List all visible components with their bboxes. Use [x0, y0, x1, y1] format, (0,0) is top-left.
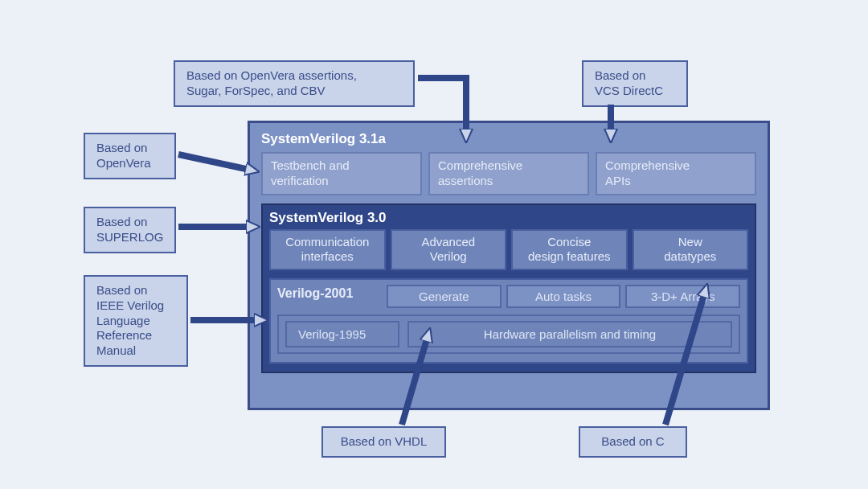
feature-label: Communicationinterfaces: [285, 235, 369, 264]
v1995-title: Verilog-1995: [285, 321, 399, 347]
callout-text: Based onVCS DirectC: [595, 68, 663, 97]
callout-text: Based onIEEE VerilogLanguageReferenceMan…: [96, 283, 164, 357]
feature-label: Concisedesign features: [528, 235, 611, 264]
callout-text: Based onOpenVera: [96, 141, 151, 170]
feature-concise-design: Concisedesign features: [511, 229, 628, 271]
feature-comprehensive-apis: ComprehensiveAPIs: [596, 152, 756, 195]
sv31a-feature-row: Testbench andverification Comprehensivea…: [261, 152, 756, 195]
systemverilog-30-container: SystemVerilog 3.0 Communicationinterface…: [261, 203, 756, 374]
feature-comprehensive-assertions: Comprehensiveassertions: [428, 152, 589, 195]
feature-communication-interfaces: Communicationinterfaces: [269, 229, 386, 271]
feature-label: Auto tasks: [535, 290, 592, 303]
feature-label: AdvancedVerilog: [421, 235, 475, 264]
feature-label: Testbench andverification: [271, 158, 350, 187]
verilog-1995-container: Verilog-1995 Hardware parallelism and ti…: [277, 314, 740, 354]
callout-ieee: Based onIEEE VerilogLanguageReferenceMan…: [84, 275, 188, 367]
feature-label: Hardware parallelism and timing: [484, 327, 656, 341]
feature-generate: Generate: [387, 285, 502, 308]
callout-openvera: Based onOpenVera: [84, 133, 176, 179]
callout-c: Based on C: [579, 426, 687, 458]
feature-label: 3-D+ Arrays: [651, 290, 715, 303]
v2001-title: Verilog-2001: [277, 285, 382, 308]
feature-testbench-verification: Testbench andverification: [261, 152, 422, 195]
feature-hw-parallelism: Hardware parallelism and timing: [407, 321, 732, 347]
arrow-openvera: [178, 154, 253, 171]
diagram-stage: Based on OpenVera assertions,Sugar, ForS…: [0, 0, 868, 489]
feature-label: Comprehensiveassertions: [438, 158, 522, 187]
callout-superlog: Based onSUPERLOG: [84, 207, 176, 253]
systemverilog-31a-container: SystemVerilog 3.1a Testbench andverifica…: [248, 121, 770, 410]
sv30-title: SystemVerilog 3.0: [269, 210, 748, 226]
feature-label: Generate: [419, 290, 469, 303]
feature-label: Newdatatypes: [664, 235, 716, 264]
callout-openvera-assertions: Based on OpenVera assertions,Sugar, ForS…: [174, 60, 415, 107]
callout-vcs-directc: Based onVCS DirectC: [582, 60, 688, 107]
verilog-2001-container: Verilog-2001 Generate Auto tasks 3-D+ Ar…: [269, 278, 748, 364]
sv31a-title: SystemVerilog 3.1a: [261, 131, 756, 147]
feature-advanced-verilog: AdvancedVerilog: [391, 229, 507, 271]
callout-text: Based on OpenVera assertions,Sugar, ForS…: [186, 68, 357, 97]
feature-auto-tasks: Auto tasks: [506, 285, 621, 308]
callout-vhdl: Based on VHDL: [321, 426, 446, 458]
sv30-feature-row: Communicationinterfaces AdvancedVerilog …: [269, 229, 748, 271]
feature-3d-arrays: 3-D+ Arrays: [625, 285, 740, 308]
callout-text: Based on C: [601, 434, 664, 448]
v2001-row: Verilog-2001 Generate Auto tasks 3-D+ Ar…: [277, 285, 740, 308]
callout-text: Based onSUPERLOG: [96, 215, 163, 244]
feature-label: ComprehensiveAPIs: [605, 158, 690, 187]
feature-new-datatypes: Newdatatypes: [633, 229, 749, 271]
callout-text: Based on VHDL: [341, 434, 428, 448]
